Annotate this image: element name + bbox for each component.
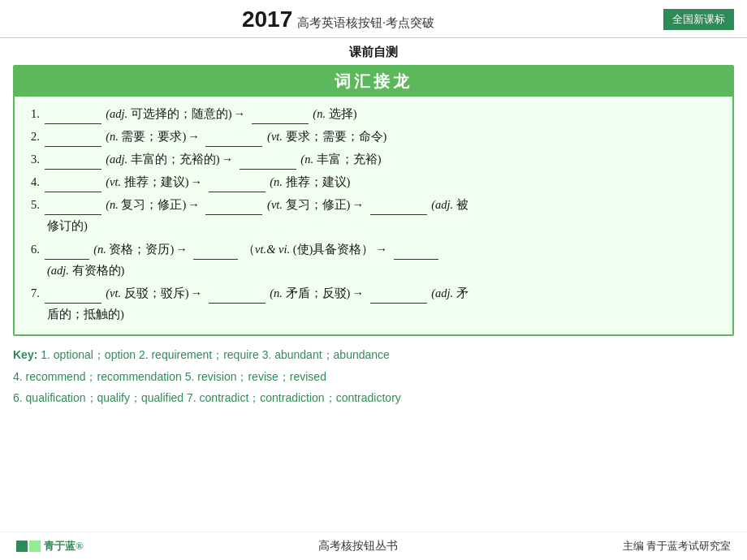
blank-field: [45, 192, 101, 192]
item-hint: (n.: [106, 130, 119, 143]
item-text: 需要；要求): [119, 130, 186, 143]
page-header: 2017 高考英语核按钮·考点突破 全国新课标: [0, 0, 747, 38]
item-text: 复习；修正): [283, 198, 350, 211]
item-num: 7.: [31, 286, 40, 299]
footer-right-text: 主编 青于蓝考试研究室: [623, 539, 731, 554]
footer-logo: 青于蓝®: [16, 539, 84, 554]
blank-field: [370, 214, 427, 215]
key-line-1: 1. optional；option 2. requirement；requir…: [41, 348, 390, 361]
item-num: 4.: [31, 175, 40, 188]
item-text-cont: (adj. 有资格的): [31, 264, 124, 277]
item-hint: (n.: [313, 107, 326, 120]
blank-field: [209, 303, 266, 304]
item-text: 丰富；充裕): [313, 153, 381, 166]
item-hint: (n.: [270, 286, 283, 299]
item-text: 资格；资历): [106, 243, 174, 256]
footer-center-text: 高考核按钮丛书: [93, 539, 623, 554]
blank-field: [209, 192, 266, 192]
vocab-box: 词汇接龙 1. (adj. 可选择的；随意的)→ (n. 选择) 2. (n. …: [13, 65, 734, 336]
blank-field: [205, 146, 262, 147]
item-text: 丰富的；充裕的): [127, 153, 219, 166]
item-num: 1.: [31, 107, 40, 120]
list-item: 4. (vt. 推荐；建议)→ (n. 推荐；建议): [31, 171, 716, 192]
item-hint: (adj.: [431, 198, 453, 211]
item-hint: (n.: [270, 175, 283, 188]
key-section: Key: 1. optional；option 2. requirement；r…: [13, 344, 734, 409]
item-text: 推荐；建议): [121, 175, 188, 188]
item-text: 矛: [453, 286, 468, 299]
list-item: 5. (n. 复习；修正)→ (vt. 复习；修正)→ (adj. 被 修订的): [31, 194, 716, 236]
footer-brand: 青于蓝®: [44, 539, 84, 554]
key-line-3: 6. qualification；qualify；qualified 7. co…: [13, 391, 401, 404]
key-line-2: 4. recommend；recommendation 5. revision；…: [13, 370, 326, 383]
list-item: 6. (n. 资格；资历)→ （vt.& vi. (使)具备资格）→ (adj.…: [31, 239, 716, 281]
item-text-cont: 修订的): [31, 219, 88, 232]
item-hint: (vt.: [106, 286, 121, 299]
logo-squares: [16, 541, 41, 552]
item-text: （vt.& vi. (使)具备资格）: [243, 243, 374, 256]
item-num: 5.: [31, 198, 40, 211]
vocab-box-content: 1. (adj. 可选择的；随意的)→ (n. 选择) 2. (n. 需要；要求…: [15, 97, 732, 325]
header-badge: 全国新课标: [663, 9, 734, 30]
blank-field: [240, 169, 296, 170]
item-text: 可选择的；随意的): [127, 107, 231, 120]
blank-field: [45, 123, 101, 124]
logo-sq-1: [16, 541, 28, 552]
blank-field: [45, 146, 101, 147]
vocab-box-title: 词汇接龙: [335, 72, 412, 90]
logo-sq-2: [29, 541, 41, 552]
vocab-box-header: 词汇接龙: [15, 67, 732, 97]
item-text: 被: [453, 198, 468, 211]
item-hint: (vt.: [267, 130, 283, 143]
blank-field: [205, 214, 262, 215]
blank-field: [252, 123, 309, 124]
item-num: 3.: [31, 153, 40, 166]
item-hint: (adj.: [106, 153, 127, 166]
blank-field: [394, 259, 438, 260]
header-year: 2017: [242, 6, 292, 32]
blank-field: [45, 259, 89, 260]
list-item: 3. (adj. 丰富的；充裕的)→ (n. 丰富；充裕): [31, 149, 716, 170]
item-hint: (vt.: [267, 198, 283, 211]
item-text: 要求；需要；命令): [283, 130, 386, 143]
item-hint: (n.: [300, 153, 313, 166]
item-hint: (adj.: [431, 286, 453, 299]
item-hint: (adj.: [106, 107, 127, 120]
header-subtitle: 高考英语核按钮·考点突破: [297, 15, 434, 31]
item-hint: (n.: [93, 243, 106, 256]
blank-field: [370, 303, 427, 304]
blank-field: [45, 303, 101, 304]
list-item: 7. (vt. 反驳；驳斥)→ (n. 矛盾；反驳)→ (adj. 矛 盾的；抵…: [31, 282, 716, 325]
key-label: Key:: [13, 348, 37, 361]
header-title-block: 2017 高考英语核按钮·考点突破: [13, 6, 663, 32]
item-hint: (vt.: [106, 175, 121, 188]
page-footer: 青于蓝® 高考核按钮丛书 主编 青于蓝考试研究室: [0, 532, 747, 560]
item-text: 复习；修正): [119, 198, 186, 211]
list-item: 2. (n. 需要；要求)→ (vt. 要求；需要；命令): [31, 126, 716, 147]
item-text-cont: 盾的；抵触的): [31, 308, 124, 321]
item-num: 6.: [31, 243, 40, 256]
list-item: 1. (adj. 可选择的；随意的)→ (n. 选择): [31, 103, 716, 124]
item-hint: (n.: [106, 198, 119, 211]
item-text: 反驳；驳斥): [121, 286, 188, 299]
blank-field: [45, 214, 101, 215]
blank-field: [193, 259, 238, 260]
item-text: 选择): [326, 107, 356, 120]
item-text: 推荐；建议): [283, 175, 350, 188]
blank-field: [45, 169, 101, 170]
item-num: 2.: [31, 130, 40, 143]
item-text: 矛盾；反驳): [283, 286, 350, 299]
section-pretitle: 课前自测: [0, 38, 747, 65]
